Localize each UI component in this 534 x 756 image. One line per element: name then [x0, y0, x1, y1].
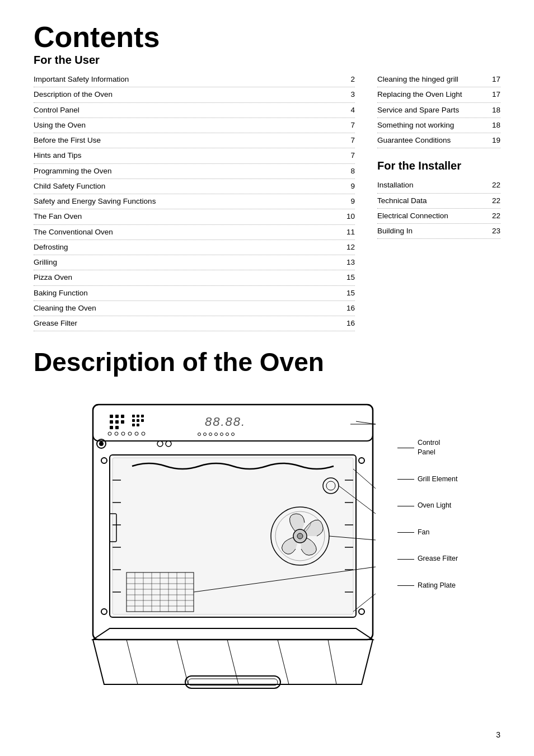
- toc-page: 13: [341, 257, 355, 268]
- svg-rect-6: [115, 420, 119, 424]
- diagram-label-connector: [397, 506, 414, 506]
- toc-label: Description of the Oven: [34, 89, 341, 100]
- toc-page: 16: [341, 318, 355, 329]
- toc-page: 17: [487, 74, 500, 85]
- contents-title: Contents: [34, 22, 500, 51]
- svg-rect-13: [132, 419, 135, 422]
- toc-left-column: Important Safety Information2Description…: [34, 72, 355, 331]
- svg-rect-17: [137, 424, 139, 426]
- svg-rect-14: [137, 419, 139, 422]
- diagram-label-control-panel: Control Panel: [397, 438, 458, 458]
- svg-line-79: [278, 640, 289, 684]
- diagram-labels: Control PanelGrill ElementOven LightFanG…: [397, 393, 458, 608]
- toc-label: Before the First Use: [34, 135, 341, 146]
- toc-page: 7: [341, 120, 355, 131]
- diagram-label-grill-element: Grill Element: [397, 475, 458, 485]
- toc-page: 12: [341, 242, 355, 253]
- toc-label: Something not working: [377, 120, 487, 131]
- svg-rect-8: [110, 426, 113, 429]
- toc-label: Control Panel: [34, 105, 341, 116]
- toc-page: 19: [487, 135, 500, 146]
- toc-label: Guarantee Conditions: [377, 135, 487, 146]
- toc-row: Description of the Oven3: [34, 87, 355, 102]
- toc-label: Replacing the Oven Light: [377, 89, 487, 100]
- toc-row: Pizza Oven15: [34, 270, 355, 285]
- svg-point-31: [231, 433, 234, 435]
- svg-line-80: [328, 640, 336, 684]
- svg-rect-4: [121, 415, 124, 418]
- toc-page: 4: [341, 105, 355, 116]
- diagram-label-rating-plate: Rating Plate: [397, 581, 458, 591]
- for-installer-heading: For the Installer: [377, 159, 500, 172]
- svg-rect-15: [141, 419, 144, 422]
- toc-label: Installation: [377, 180, 487, 191]
- toc-label: Service and Spare Parts: [377, 105, 487, 116]
- diagram-label-connector: [397, 585, 414, 586]
- svg-point-86: [157, 441, 163, 447]
- svg-point-75: [359, 609, 364, 614]
- toc-page: 11: [341, 227, 355, 238]
- svg-point-28: [214, 433, 217, 435]
- svg-rect-11: [137, 415, 139, 417]
- toc-page: 7: [341, 150, 355, 161]
- diagram-label-text-grill-element: Grill Element: [418, 475, 458, 485]
- toc-row: Before the First Use7: [34, 133, 355, 148]
- svg-point-85: [99, 442, 104, 446]
- oven-svg: 88.88.: [76, 393, 390, 720]
- toc-row: Using the Oven7: [34, 118, 355, 133]
- toc-row: Cleaning the Oven16: [34, 301, 355, 316]
- toc-label: Cleaning the hinged grill: [377, 74, 487, 85]
- toc-row: Grease Filter16: [34, 316, 355, 331]
- svg-line-78: [227, 640, 238, 684]
- toc-label: The Fan Oven: [34, 211, 341, 222]
- toc-label: Grease Filter: [34, 318, 341, 329]
- diagram-label-text-fan: Fan: [418, 528, 430, 538]
- svg-point-25: [198, 433, 200, 435]
- svg-point-74: [359, 458, 364, 463]
- toc-label: Defrosting: [34, 242, 341, 253]
- toc-row: Cleaning the hinged grill17: [377, 72, 500, 87]
- toc-label: Cleaning the Oven: [34, 303, 341, 314]
- svg-rect-9: [115, 426, 119, 429]
- toc-page: 9: [341, 196, 355, 207]
- toc-label: Important Safety Information: [34, 74, 341, 85]
- diagram-label-text-grease-filter: Grease Filter: [418, 554, 458, 564]
- diagram-label-grease-filter: Grease Filter: [397, 554, 458, 564]
- svg-point-30: [226, 433, 228, 435]
- svg-point-72: [101, 458, 107, 463]
- svg-rect-10: [132, 415, 135, 417]
- toc-row: Service and Spare Parts18: [377, 103, 500, 118]
- svg-point-21: [128, 432, 132, 435]
- diagram-label-text-oven-light: Oven Light: [418, 501, 451, 511]
- toc-page: 18: [487, 105, 500, 116]
- svg-rect-7: [121, 420, 124, 424]
- svg-rect-81: [185, 676, 280, 688]
- toc-row: Installation22: [377, 178, 500, 193]
- toc-row: Technical Data22: [377, 194, 500, 209]
- toc-row: Guarantee Conditions19: [377, 133, 500, 148]
- diagram-label-text-rating-plate: Rating Plate: [418, 581, 456, 591]
- toc-label: Baking Function: [34, 288, 341, 299]
- diagram-label-connector: [397, 532, 414, 533]
- toc-label: Grilling: [34, 257, 341, 268]
- svg-point-73: [101, 609, 107, 614]
- toc-row: Grilling13: [34, 255, 355, 270]
- toc-page: 15: [341, 272, 355, 283]
- toc-label: Hints and Tips: [34, 150, 341, 161]
- svg-line-77: [177, 640, 188, 684]
- svg-point-87: [166, 441, 171, 447]
- diagram-label-connector: [397, 448, 414, 448]
- toc-page: 22: [487, 180, 500, 191]
- description-title: Description of the Oven: [34, 348, 500, 377]
- toc-page: 10: [341, 211, 355, 222]
- svg-point-27: [209, 433, 212, 435]
- svg-text:88.88.: 88.88.: [205, 415, 246, 429]
- toc-page: 16: [341, 303, 355, 314]
- svg-point-26: [203, 433, 206, 435]
- toc-page: 7: [341, 135, 355, 146]
- toc-layout: Important Safety Information2Description…: [34, 72, 500, 331]
- diagram-label-text-control-panel: Control Panel: [418, 438, 440, 458]
- diagram-label-fan: Fan: [397, 528, 458, 538]
- svg-point-22: [135, 432, 138, 435]
- toc-page: 15: [341, 288, 355, 299]
